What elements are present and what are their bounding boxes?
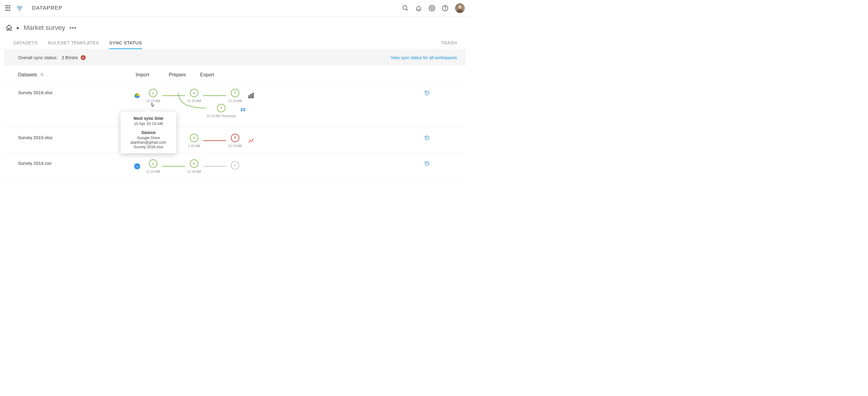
export-node-error[interactable]	[231, 134, 239, 142]
prepare-time: 2.16 AM	[185, 144, 203, 148]
home-icon[interactable]	[5, 24, 13, 31]
export-time: 12.19 AM	[226, 144, 244, 148]
export-time-2: 12.10 AM Yesterday	[206, 114, 236, 118]
dataset-name: Survey 2014.csv	[18, 159, 134, 166]
table-row: Survey 2015.xlsx 2.16 AM	[4, 127, 466, 152]
col-datasets-label: Datasets	[18, 72, 37, 78]
view-all-link[interactable]: View sync status for all workspaces	[391, 55, 457, 60]
import-time: 12.15 AM	[144, 170, 162, 173]
topbar: DATAPREP	[0, 0, 470, 17]
tab-ruleset-templates[interactable]: RULESET TEMPLATES	[48, 40, 99, 49]
prepare-time: 12.16 AM	[185, 170, 203, 173]
status-label: Overall sync status:	[18, 55, 58, 60]
table-row: Survey 2016.xlsx 12.15 AM 12.16 A	[4, 82, 466, 127]
popover-next-sync-time: 10 Apr 10:15 AM	[124, 121, 173, 126]
svg-rect-10	[249, 96, 250, 98]
popover-title-1: Next sync time	[124, 116, 173, 121]
history-icon[interactable]	[424, 90, 430, 97]
svg-point-2	[431, 7, 433, 9]
svg-text:csv: csv	[135, 165, 139, 168]
dataset-name: Survey 2015.xlsx	[18, 134, 134, 140]
svg-line-1	[406, 9, 408, 11]
col-export-label: Export	[200, 72, 233, 78]
tab-datasets[interactable]: DATASETS	[13, 40, 38, 49]
popover-title-2: Source	[124, 130, 173, 135]
history-icon[interactable]	[424, 135, 430, 142]
sync-info-popover: Next sync time 10 Apr 10:15 AM Source Go…	[121, 112, 176, 153]
export-node-pending[interactable]	[231, 161, 239, 170]
settings-icon[interactable]	[429, 5, 435, 11]
table-header: Datasets Import Prepare Export	[4, 65, 466, 82]
tab-sync-status[interactable]: SYNC STATUS	[109, 40, 142, 49]
analytics-icon	[248, 137, 254, 144]
app-switcher-icon[interactable]	[5, 5, 11, 11]
dataset-name: Survey 2016.xlsx	[18, 89, 134, 95]
prepare-node[interactable]	[190, 159, 198, 168]
brand-logo-icon	[16, 5, 23, 11]
breadcrumb-title: Market survey	[24, 24, 65, 32]
import-time: 12.15 AM	[144, 99, 162, 103]
dropbox-icon	[240, 108, 247, 114]
search-datasets-icon[interactable]	[40, 73, 44, 77]
breadcrumb-separator-icon: ▶	[17, 26, 19, 30]
import-node[interactable]	[149, 159, 157, 168]
csv-source-icon: csv	[134, 163, 141, 170]
google-drive-icon	[134, 92, 141, 99]
export-node[interactable]	[231, 89, 239, 97]
svg-point-0	[403, 6, 407, 10]
status-value: 2 Errors	[62, 55, 78, 60]
import-node[interactable]	[149, 89, 157, 97]
svg-point-4	[445, 9, 445, 10]
app-name: DATAPREP	[32, 5, 62, 11]
status-banner: Overall sync status: 2 Errors View sync …	[4, 50, 466, 65]
error-badge-icon	[81, 55, 86, 60]
svg-rect-12	[253, 93, 254, 98]
breadcrumb: ▶ Market survey •••	[0, 17, 470, 35]
popover-source-file: Survey 2016.xlsx	[124, 145, 173, 149]
breadcrumb-more-icon[interactable]: •••	[69, 24, 76, 31]
col-prepare-label: Prepare	[169, 72, 200, 78]
tabs: DATASETS RULESET TEMPLATES SYNC STATUS T…	[0, 35, 470, 49]
svg-point-5	[458, 5, 462, 9]
history-icon[interactable]	[424, 161, 430, 168]
popover-source-name: Google Drive	[124, 136, 173, 140]
svg-line-9	[42, 75, 44, 76]
export-node-2[interactable]	[217, 104, 225, 112]
search-icon[interactable]	[402, 5, 409, 11]
tab-trash[interactable]: TRASH	[441, 40, 457, 49]
notifications-icon[interactable]	[415, 5, 422, 11]
help-icon[interactable]	[442, 5, 448, 11]
prepare-node[interactable]	[190, 134, 198, 142]
popover-source-email: alanfran@gmail.com	[124, 140, 173, 145]
col-import-label: Import	[135, 72, 169, 78]
powerbi-icon	[248, 92, 254, 99]
user-avatar[interactable]	[455, 3, 465, 13]
table-row: Survey 2014.csv csv 12.15 AM 12.16	[4, 152, 466, 178]
svg-rect-11	[250, 94, 252, 98]
export-time: 12.19 AM	[226, 99, 244, 103]
